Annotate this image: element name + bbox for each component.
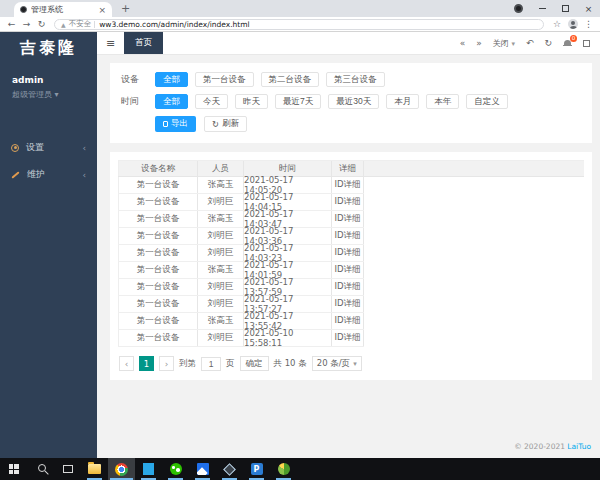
device-filter-device1[interactable]: 第一台设备 xyxy=(195,72,254,87)
brand-link[interactable]: LaiTuo xyxy=(567,442,591,451)
time-filter-row: 时间 全部 今天 昨天 最近7天 最近30天 本月 本年 自定义 xyxy=(121,94,581,109)
sidebar-menu: 设置 ‹ 维护 ‹ xyxy=(0,134,97,188)
window-minimize-button[interactable] xyxy=(531,0,554,17)
task-view-button[interactable] xyxy=(54,458,81,480)
chrome-icon xyxy=(115,463,128,476)
cell-detail-link[interactable]: ID详细 xyxy=(332,228,364,244)
recording-indicator-icon xyxy=(514,4,523,13)
browser-tab[interactable]: 管理系统 × xyxy=(14,2,112,17)
goto-confirm-button[interactable]: 确定 xyxy=(240,356,269,371)
window-maximize-button[interactable] xyxy=(554,0,577,17)
time-filter-all[interactable]: 全部 xyxy=(155,94,188,109)
cell-time: 2021-05-17 13:57:59 xyxy=(244,279,332,295)
user-role-label: 超级管理员 xyxy=(12,90,52,99)
refresh-action-icon[interactable]: ↻ xyxy=(544,38,552,48)
device-filter-all[interactable]: 全部 xyxy=(155,72,188,87)
cell-detail-link[interactable]: ID详细 xyxy=(332,177,364,193)
time-filter-last7days[interactable]: 最近7天 xyxy=(275,94,321,109)
back-action-icon[interactable]: ↶ xyxy=(526,38,534,48)
taskbar-green-app[interactable] xyxy=(270,458,297,480)
export-button[interactable]: 导出 xyxy=(155,116,196,132)
site-favicon-icon xyxy=(20,6,27,13)
start-button[interactable] xyxy=(0,458,27,480)
detail-link-label: ID详细 xyxy=(334,230,360,242)
not-secure-warning-icon: ▲ xyxy=(61,21,66,28)
omnibox-divider xyxy=(94,21,95,28)
browser-back-button[interactable]: ← xyxy=(4,19,19,29)
taskbar-vscode[interactable] xyxy=(135,458,162,480)
cell-person: 刘明巨 xyxy=(198,296,244,312)
time-filter-thismonth[interactable]: 本月 xyxy=(386,94,419,109)
url-omnibox[interactable]: ▲ 不安全 ww3.demo.com/admin/index/index.htm… xyxy=(54,19,544,30)
device-filter-device2[interactable]: 第二台设备 xyxy=(261,72,320,87)
goto-page-input[interactable] xyxy=(201,357,221,371)
cell-device: 第一台设备 xyxy=(118,262,198,278)
time-filter-today[interactable]: 今天 xyxy=(195,94,228,109)
scroll-tabs-right-icon[interactable]: » xyxy=(476,38,482,48)
tab-home[interactable]: 首页 xyxy=(124,32,163,54)
browser-forward-button[interactable]: → xyxy=(19,19,34,29)
pagination-prev-button[interactable]: ‹ xyxy=(119,356,134,371)
pagination-page-1[interactable]: 1 xyxy=(139,356,154,371)
sidebar: 吉泰隆 admin 超级管理员 ▾ 设置 ‹ 维护 ‹ xyxy=(0,32,97,458)
cell-time: 2021-05-10 15:58:11 xyxy=(244,330,332,346)
cell-detail-link[interactable]: ID详细 xyxy=(332,245,364,261)
cell-device: 第一台设备 xyxy=(118,313,198,329)
browser-menu-icon[interactable]: ⋮ xyxy=(584,19,593,29)
user-role-dropdown[interactable]: 超级管理员 ▾ xyxy=(12,89,85,100)
new-tab-button[interactable]: + xyxy=(121,2,130,15)
cell-time: 2021-05-17 14:04:15 xyxy=(244,194,332,210)
taskbar-3d-viewer[interactable] xyxy=(216,458,243,480)
cell-detail-link[interactable]: ID详细 xyxy=(332,330,364,346)
time-filter-yesterday[interactable]: 昨天 xyxy=(235,94,268,109)
cell-time: 2021-05-17 14:01:59 xyxy=(244,262,332,278)
task-view-icon xyxy=(63,465,73,473)
cell-detail-link[interactable]: ID详细 xyxy=(332,262,364,278)
window-close-button[interactable]: × xyxy=(577,0,600,17)
url-text: ww3.demo.com/admin/index/index.html xyxy=(99,20,250,29)
device-filter-device3[interactable]: 第三台设备 xyxy=(326,72,385,87)
per-page-select[interactable]: 20 条/页 ▾ xyxy=(312,356,362,371)
time-filter-custom[interactable]: 自定义 xyxy=(466,94,508,109)
scroll-tabs-left-icon[interactable]: « xyxy=(460,38,466,48)
cell-detail-link[interactable]: ID详细 xyxy=(332,313,364,329)
cell-detail-link[interactable]: ID详细 xyxy=(332,296,364,312)
bookmark-star-icon[interactable]: ☆ xyxy=(553,19,561,29)
close-tabs-dropdown[interactable]: 关闭 ▾ xyxy=(493,38,515,49)
time-filter-last30days[interactable]: 最近30天 xyxy=(328,94,379,109)
cell-time: 2021-05-17 13:55:42 xyxy=(244,313,332,329)
profile-avatar-icon[interactable] xyxy=(568,19,578,29)
cell-time: 2021-05-17 14:03:36 xyxy=(244,228,332,244)
taskbar-file-explorer[interactable] xyxy=(81,458,108,480)
cell-detail-link[interactable]: ID详细 xyxy=(332,211,364,227)
taskbar-photos[interactable] xyxy=(189,458,216,480)
cell-person: 张高玉 xyxy=(198,177,244,193)
sidebar-item-settings[interactable]: 设置 ‹ xyxy=(0,134,97,161)
time-filter-label: 时间 xyxy=(121,95,155,108)
hamburger-menu-icon[interactable]: ≡ xyxy=(97,37,124,50)
browser-reload-button[interactable]: ↻ xyxy=(34,19,49,29)
tab-close-icon[interactable]: × xyxy=(98,5,106,15)
notification-bell-icon[interactable]: 0 xyxy=(563,39,572,48)
window-controls: × xyxy=(514,0,600,17)
caret-down-icon: ▾ xyxy=(55,90,59,99)
taskbar-wechat[interactable] xyxy=(162,458,189,480)
taskbar-chrome[interactable] xyxy=(108,458,135,480)
copyright-text: © 2020-2021 xyxy=(514,442,565,451)
fullscreen-icon[interactable] xyxy=(583,40,590,47)
time-filter-thisyear[interactable]: 本年 xyxy=(426,94,459,109)
cell-time: 2021-05-17 13:57:27 xyxy=(244,296,332,312)
cell-detail-link[interactable]: ID详细 xyxy=(332,279,364,295)
refresh-button[interactable]: ↻ 刷新 xyxy=(204,116,247,132)
taskbar-search-button[interactable] xyxy=(27,458,54,480)
sidebar-item-maintenance[interactable]: 维护 ‹ xyxy=(0,161,97,188)
cell-time: 2021-05-17 14:03:47 xyxy=(244,211,332,227)
p-app-icon: P xyxy=(251,463,263,475)
device-filter-row: 设备 全部 第一台设备 第二台设备 第三台设备 xyxy=(121,72,581,87)
detail-link-label: ID详细 xyxy=(334,281,360,293)
taskbar-p-app[interactable]: P xyxy=(243,458,270,480)
cell-detail-link[interactable]: ID详细 xyxy=(332,194,364,210)
windows-taskbar: P xyxy=(0,458,600,480)
detail-link-label: ID详细 xyxy=(334,298,360,310)
pagination-next-button[interactable]: › xyxy=(159,356,174,371)
